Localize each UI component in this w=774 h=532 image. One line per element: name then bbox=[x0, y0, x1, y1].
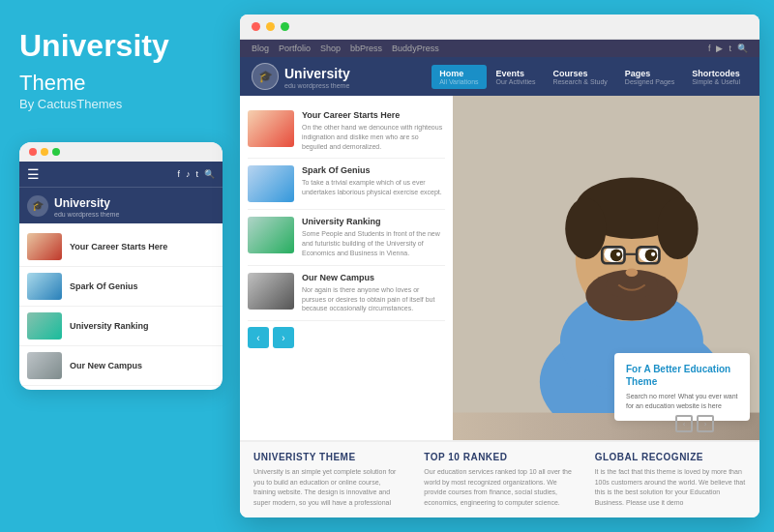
mobile-thumb-2 bbox=[27, 273, 62, 300]
youtube-icon[interactable]: ♪ bbox=[186, 169, 191, 179]
browser-chrome bbox=[240, 15, 759, 40]
article-item-2: Spark Of Genius To take a trivial exampl… bbox=[248, 159, 445, 210]
nav-courses[interactable]: Courses Research & Study bbox=[545, 65, 614, 89]
mobile-dot-green bbox=[52, 148, 60, 156]
article-list: Your Career Starts Here On the other han… bbox=[240, 96, 453, 440]
article-excerpt-1: On the other hand we denounce with right… bbox=[302, 123, 445, 151]
article-excerpt-2: To take a trivial example which of us ev… bbox=[302, 178, 445, 197]
mobile-list-item: Your Career Starts Here bbox=[19, 227, 223, 267]
browser-close-dot[interactable] bbox=[252, 22, 260, 31]
hero-cta-box: For A Better Education Theme Search no m… bbox=[614, 353, 750, 421]
topbar-video[interactable]: ▶ bbox=[716, 44, 723, 53]
prev-btn[interactable]: ‹ bbox=[248, 327, 269, 348]
hamburger-icon[interactable]: ☰ bbox=[27, 166, 40, 182]
article-title-1: Your Career Starts Here bbox=[302, 110, 445, 120]
site-header: 🎓 University edu wordpress theme Home Al… bbox=[240, 57, 759, 96]
article-title-2: Spark Of Genius bbox=[302, 165, 445, 175]
svg-point-16 bbox=[651, 252, 655, 256]
article-info-1: Your Career Starts Here On the other han… bbox=[302, 110, 445, 151]
article-thumb-4 bbox=[248, 273, 294, 310]
topbar-facebook[interactable]: f bbox=[708, 44, 711, 53]
theme-title: University Theme bbox=[19, 29, 221, 97]
bottom-section-3: GLOBAL RECOGNIZE It is the fact that thi… bbox=[595, 452, 746, 508]
topbar-links: Blog Portfolio Shop bbPress BuddyPress bbox=[252, 44, 439, 53]
site-logo-emblem: 🎓 bbox=[252, 63, 279, 90]
mobile-thumb-1 bbox=[27, 233, 62, 260]
hero-section: For A Better Education Theme Search no m… bbox=[453, 96, 759, 440]
svg-point-7 bbox=[657, 198, 698, 259]
bottom-text-1: University is an simple yet complete sol… bbox=[253, 467, 404, 508]
bottom-section-2: TOP 10 RANKED Our education services ran… bbox=[424, 452, 575, 508]
article-thumb-2 bbox=[248, 165, 294, 202]
site-logo-name: University bbox=[284, 66, 350, 81]
topbar-blog[interactable]: Blog bbox=[252, 44, 269, 53]
article-navigation: ‹ › bbox=[248, 321, 445, 354]
mobile-logo-bar: 🎓 University edu wordpress theme bbox=[19, 187, 223, 223]
mobile-article-list: Your Career Starts Here Spark Of Genius … bbox=[19, 223, 223, 390]
nav-events[interactable]: Events Our Activities bbox=[489, 65, 544, 89]
hero-cta-title: For A Better Education Theme bbox=[626, 363, 738, 388]
topbar-socials: f ▶ t 🔍 bbox=[708, 44, 748, 53]
hero-next-btn[interactable]: › bbox=[697, 415, 714, 432]
svg-point-6 bbox=[565, 198, 606, 259]
browser-minimize-dot[interactable] bbox=[266, 22, 275, 31]
article-item-3: University Ranking Some People and Stude… bbox=[248, 210, 445, 265]
article-info-2: Spark Of Genius To take a trivial exampl… bbox=[302, 165, 445, 202]
topbar-twitter[interactable]: t bbox=[729, 44, 731, 53]
article-info-4: Our New Campus Nor again is there anyone… bbox=[302, 273, 445, 313]
browser-maximize-dot[interactable] bbox=[281, 22, 289, 31]
mobile-thumb-3 bbox=[27, 312, 62, 340]
next-btn[interactable]: › bbox=[273, 327, 294, 348]
hero-prev-btn[interactable]: ‹ bbox=[675, 415, 693, 432]
mobile-item-title-2: Spark Of Genius bbox=[70, 281, 138, 291]
mobile-dot-yellow bbox=[41, 148, 48, 156]
mobile-item-title-1: Your Career Starts Here bbox=[70, 242, 167, 251]
mobile-thumb-4 bbox=[27, 352, 62, 379]
mobile-logo-text: University bbox=[54, 196, 110, 210]
nav-pages[interactable]: Pages Designed Pages bbox=[617, 65, 682, 89]
theme-author: By CactusThemes bbox=[19, 97, 221, 111]
article-excerpt-4: Nor again is there anyone who loves or p… bbox=[302, 285, 445, 313]
bottom-title-1: UNIVERISTY THEME bbox=[253, 452, 404, 462]
title-line1: University bbox=[19, 28, 169, 63]
mobile-item-title-4: Our New Campus bbox=[70, 361, 142, 370]
topbar-bbpress[interactable]: bbPress bbox=[350, 44, 382, 53]
twitter-icon[interactable]: t bbox=[195, 169, 198, 179]
mobile-list-item: Our New Campus bbox=[19, 346, 223, 386]
topbar-shop[interactable]: Shop bbox=[320, 44, 341, 53]
topbar-buddypress[interactable]: BuddyPress bbox=[392, 44, 439, 53]
search-icon[interactable]: 🔍 bbox=[204, 169, 215, 179]
site-navigation: Home All Variations Events Our Activitie… bbox=[432, 65, 748, 89]
svg-point-20 bbox=[626, 269, 639, 277]
bottom-text-3: It is the fact that this theme is loved … bbox=[595, 467, 746, 508]
site-logo: 🎓 University edu wordpress theme bbox=[252, 63, 350, 90]
bottom-text-2: Our education services ranked top 10 all… bbox=[424, 467, 575, 508]
topbar-search[interactable]: 🔍 bbox=[737, 44, 748, 53]
bottom-title-3: GLOBAL RECOGNIZE bbox=[595, 452, 746, 462]
mobile-logo-tagline: edu wordpress theme bbox=[54, 211, 119, 218]
nav-shortcodes[interactable]: Shortcodes Simple & Useful bbox=[684, 65, 748, 89]
browser-content: Blog Portfolio Shop bbPress BuddyPress f… bbox=[240, 40, 759, 517]
article-thumb-3 bbox=[248, 217, 294, 253]
article-item-1: Your Career Starts Here On the other han… bbox=[248, 103, 445, 159]
svg-point-14 bbox=[645, 249, 658, 261]
bottom-section-1: UNIVERISTY THEME University is an simple… bbox=[253, 452, 404, 508]
topbar-portfolio[interactable]: Portfolio bbox=[279, 44, 311, 53]
mobile-top-bar bbox=[19, 142, 223, 162]
site-logo-tagline: edu wordpress theme bbox=[284, 82, 350, 89]
mobile-nav-bar: ☰ f ♪ t 🔍 bbox=[19, 162, 223, 187]
article-info-3: University Ranking Some People and Stude… bbox=[302, 217, 445, 257]
svg-point-13 bbox=[610, 249, 623, 261]
mobile-mockup: ☰ f ♪ t 🔍 🎓 University edu wordpress the… bbox=[19, 142, 223, 390]
left-panel: University Theme By CactusThemes ☰ f ♪ t… bbox=[0, 0, 240, 532]
mobile-item-title-3: University Ranking bbox=[70, 321, 149, 331]
article-thumb-1 bbox=[248, 110, 294, 147]
mobile-logo-emblem: 🎓 bbox=[27, 195, 48, 217]
mobile-dot-red bbox=[29, 148, 37, 156]
facebook-icon[interactable]: f bbox=[177, 169, 180, 179]
site-bottom: UNIVERISTY THEME University is an simple… bbox=[240, 440, 759, 517]
article-excerpt-3: Some People and Students in front of the… bbox=[302, 229, 445, 257]
browser-mockup: Blog Portfolio Shop bbPress BuddyPress f… bbox=[240, 15, 759, 517]
nav-home[interactable]: Home All Variations bbox=[432, 65, 486, 89]
article-item-4: Our New Campus Nor again is there anyone… bbox=[248, 266, 445, 321]
